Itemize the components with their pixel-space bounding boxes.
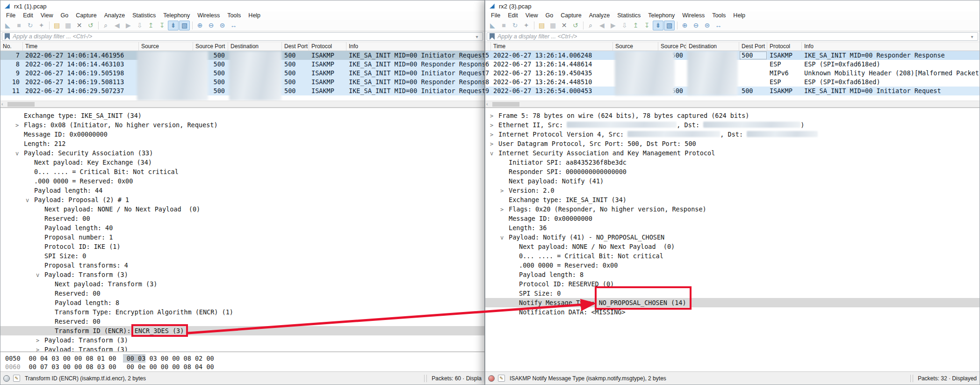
scroll-left-icon[interactable]: ‹ — [1, 101, 3, 107]
hex-byte[interactable]: 00 — [123, 363, 134, 371]
capture-stop-icon[interactable]: ■ — [14, 21, 24, 30]
detail-tree-row[interactable]: Initiator SPI: aa8435236f8be3dc — [485, 158, 980, 167]
detail-tree-row[interactable]: Payload length: 8 — [485, 270, 980, 279]
scrollbar-thumb[interactable] — [7, 102, 35, 107]
capture-stop-icon[interactable]: ■ — [498, 21, 509, 30]
expand-chevron-icon[interactable]: > — [490, 121, 498, 130]
menu-capture[interactable]: Capture — [557, 12, 585, 20]
detail-tree-row[interactable]: Next payload: Key Exchange (34) — [0, 158, 484, 167]
scroll-left-icon[interactable]: ‹ — [486, 101, 488, 107]
detail-tree-row[interactable]: Proposal number: 1 — [0, 232, 484, 242]
menu-help[interactable]: Help — [245, 12, 264, 20]
detail-tree-row[interactable]: SPI Size: 0 — [485, 289, 980, 298]
detail-tree-row[interactable]: vPayload: Notify (41) - NO_PROPOSAL_CHOS… — [485, 232, 980, 242]
column-header-source[interactable]: Source — [139, 42, 193, 51]
hex-byte[interactable]: 00 — [59, 363, 71, 371]
hex-byte[interactable]: 00 — [71, 354, 82, 363]
hex-byte[interactable]: 08 — [180, 363, 191, 371]
column-header-protocol[interactable]: Protocol — [309, 42, 346, 51]
detail-tree-row[interactable]: Message ID: 0x00000000 — [0, 130, 484, 139]
hex-byte[interactable]: 00 — [168, 363, 180, 371]
detail-tree-row[interactable]: Next payload: NONE / No Next Payload (0) — [0, 204, 484, 214]
hex-byte[interactable]: 00 — [168, 354, 180, 363]
menu-tools[interactable]: Tools — [223, 12, 245, 20]
go-forward-icon[interactable]: ▶ — [123, 21, 134, 30]
column-header-dest-port[interactable]: Dest Port — [739, 42, 767, 51]
titlebar[interactable]: rx2 (3).pcap — [485, 0, 980, 12]
hex-byte[interactable]: 00 — [29, 354, 36, 363]
menu-tools[interactable]: Tools — [708, 12, 729, 20]
menu-analyze[interactable]: Analyze — [585, 12, 613, 20]
expand-chevron-icon[interactable]: > — [500, 186, 509, 196]
reload-icon[interactable]: ↺ — [85, 21, 96, 30]
detail-tree-row[interactable]: Payload length: 40 — [0, 223, 484, 232]
detail-tree-row[interactable]: >Ethernet II, Src: , Dst: ) — [485, 120, 980, 130]
capture-restart-icon[interactable]: ↻ — [510, 21, 520, 30]
hex-byte[interactable]: 00 — [145, 363, 157, 371]
resize-columns-icon[interactable]: ↔ — [713, 21, 724, 30]
column-header-no[interactable] — [485, 42, 491, 51]
detail-tree-row[interactable]: Proposal transforms: 4 — [0, 261, 484, 270]
detail-tree-row[interactable]: Next payload: Notify (41) — [485, 176, 980, 186]
go-to-packet-icon[interactable]: ⇩ — [134, 21, 145, 30]
hex-byte[interactable]: 03 — [48, 354, 59, 363]
expert-info-icon[interactable] — [488, 375, 495, 382]
capture-comment-icon[interactable]: ✎ — [498, 375, 505, 382]
capture-start-icon[interactable]: ◣ — [487, 21, 498, 30]
hex-byte[interactable]: 02 — [191, 354, 202, 363]
column-header-dest-port[interactable]: Dest Port — [282, 42, 309, 51]
collapse-chevron-icon[interactable]: v — [490, 149, 498, 158]
detail-tree-row[interactable]: Length: 212 — [0, 139, 484, 148]
hex-byte[interactable]: 03 — [134, 354, 145, 363]
menu-go[interactable]: Go — [542, 12, 557, 20]
menu-statistics[interactable]: Statistics — [129, 12, 159, 20]
hex-byte[interactable]: 08 — [180, 354, 191, 363]
detail-tree-row[interactable]: Transform ID (ENCR): ENCR_3DES (3) — [0, 326, 484, 335]
detail-tree-row[interactable]: Notify Message Type: NO_PROPOSAL_CHOSEN … — [485, 298, 980, 307]
hex-byte[interactable]: 08 — [82, 354, 93, 363]
detail-tree-row[interactable]: >Payload: Transform (3) — [0, 335, 484, 345]
capture-restart-icon[interactable]: ↻ — [25, 21, 36, 30]
hex-byte[interactable]: 00 — [29, 363, 36, 371]
save-file-icon[interactable]: ▦ — [63, 21, 73, 30]
menu-telephony[interactable]: Telephony — [644, 12, 678, 20]
expand-chevron-icon[interactable]: > — [490, 139, 498, 149]
hex-byte[interactable]: 03 — [48, 363, 59, 371]
detail-tree-row[interactable]: SPI Size: 0 — [0, 251, 484, 261]
hex-byte[interactable]: 00 — [123, 354, 134, 363]
column-header-info[interactable]: Info — [346, 42, 485, 51]
detail-tree-row[interactable]: Transform Type: Encryption Algorithm (EN… — [0, 307, 484, 317]
detail-tree-row[interactable]: Reserved: 00 — [0, 317, 484, 326]
column-header-source-port[interactable]: Source Port — [658, 42, 686, 51]
hex-byte[interactable]: 00 — [157, 354, 168, 363]
close-capture-icon[interactable]: ✕ — [559, 21, 569, 30]
display-filter-input[interactable]: Apply a display filter ... <Ctrl-/> ▾ — [487, 32, 978, 41]
find-packet-icon[interactable]: ⌕ — [101, 21, 111, 30]
hex-byte[interactable]: 00 — [59, 354, 71, 363]
horizontal-scrollbar[interactable]: ‹ — [485, 101, 980, 107]
detail-tree-row[interactable]: >Flags: 0x20 (Responder, No higher versi… — [485, 204, 980, 214]
menu-edit[interactable]: Edit — [504, 12, 522, 20]
colorize-icon[interactable]: ▧ — [179, 21, 190, 30]
expand-chevron-icon[interactable]: > — [490, 111, 498, 121]
column-header-time[interactable]: Time — [23, 42, 139, 51]
go-first-packet-icon[interactable]: ↥ — [630, 21, 641, 30]
collapse-chevron-icon[interactable]: v — [26, 196, 34, 205]
zoom-in-icon[interactable]: ⊕ — [679, 21, 690, 30]
hex-row[interactable]: 006000 07 03 00 00 08 03 00 00 0e 00 00 … — [5, 363, 484, 371]
detail-tree-row[interactable]: >Version: 2.0 — [485, 186, 980, 195]
detail-tree-row[interactable]: Message ID: 0x00000000 — [485, 214, 980, 223]
menu-wireless[interactable]: Wireless — [678, 12, 708, 20]
reload-icon[interactable]: ↺ — [570, 21, 581, 30]
hex-byte[interactable]: 04 — [191, 363, 202, 371]
hex-byte[interactable]: 03 — [94, 363, 105, 371]
detail-tree-row[interactable]: Protocol ID: IKE (1) — [0, 242, 484, 251]
packet-bytes-pane[interactable]: 005000 04 03 00 00 08 01 00 00 03 03 00 … — [0, 351, 484, 372]
menu-telephony[interactable]: Telephony — [159, 12, 194, 20]
detail-tree-row[interactable]: 0... .... = Critical Bit: Not critical — [0, 167, 484, 176]
detail-tree-row[interactable]: vInternet Security Association and Key M… — [485, 148, 980, 158]
close-capture-icon[interactable]: ✕ — [74, 21, 85, 30]
zoom-in-icon[interactable]: ⊕ — [195, 21, 205, 30]
go-back-icon[interactable]: ◀ — [112, 21, 122, 30]
auto-scroll-icon[interactable]: ⇟ — [653, 21, 663, 30]
